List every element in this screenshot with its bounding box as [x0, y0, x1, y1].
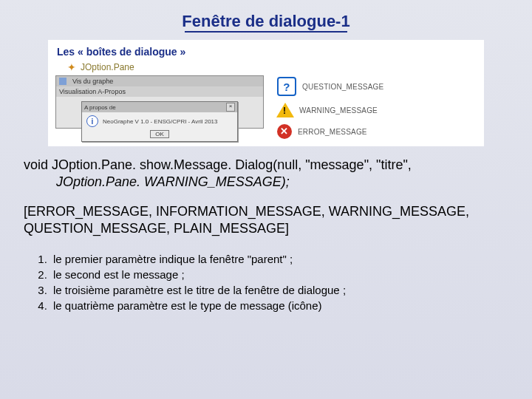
error-icon: ✕ — [277, 124, 292, 139]
parent-window-titlebar: Vis du graphe — [56, 76, 263, 86]
message-types-list: [ERROR_MESSAGE, INFORMATION_MESSAGE, WAR… — [24, 203, 508, 236]
illustration-subheader: ✦ JOption.Pane — [67, 62, 477, 72]
close-icon[interactable]: × — [226, 103, 235, 112]
warning-message-row: WARNING_MESSAGE — [277, 102, 383, 118]
illustration-header: Les « boîtes de dialogue » — [57, 46, 477, 58]
about-dialog-title: A propos de — [84, 104, 116, 111]
list-item: le quatrième paramètre est le type de me… — [50, 298, 508, 313]
about-dialog: A propos de × i NeoGraphe V 1.0 - ENSG/C… — [81, 101, 238, 142]
title-text: Fenêtre de dialogue-1 — [182, 12, 349, 30]
parameters-list: le premier paramètre indique la fenêtre … — [24, 251, 508, 313]
information-icon: i — [86, 115, 98, 127]
warning-icon — [277, 102, 293, 118]
error-message-label: ERROR_MESSAGE — [298, 128, 367, 136]
slide: Fenêtre de dialogue-1 Les « boîtes de di… — [0, 0, 532, 399]
parent-window-title: Vis du graphe — [72, 78, 113, 85]
question-icon: ? — [277, 77, 296, 96]
message-icons-legend: ? QUESTION_MESSAGE WARNING_MESSAGE ✕ ERR… — [277, 77, 383, 139]
question-message-label: QUESTION_MESSAGE — [302, 83, 383, 91]
about-dialog-buttons: OK — [82, 129, 237, 141]
list-item: le second est le message ; — [50, 267, 508, 282]
ok-button[interactable]: OK — [150, 130, 169, 138]
parent-window-menubar: Visualisation A-Propos — [56, 86, 263, 97]
illustration-row: Vis du graphe Visualisation A-Propos A p… — [55, 75, 477, 139]
about-dialog-titlebar: A propos de × — [82, 102, 237, 112]
app-icon — [59, 78, 66, 85]
warning-message-label: WARNING_MESSAGE — [299, 106, 378, 115]
error-message-row: ✕ ERROR_MESSAGE — [277, 124, 383, 139]
code-line-1: void JOption.Pane. show.Message. Dialog(… — [24, 157, 412, 172]
joptionpane-label: JOption.Pane — [81, 62, 134, 72]
illustration-panel: Les « boîtes de dialogue » ✦ JOption.Pan… — [48, 40, 484, 146]
list-item: le troisième paramètre est le titre de l… — [50, 282, 508, 298]
code-line-2: JOption.Pane. WARNING_MESSAGE); — [24, 174, 508, 191]
bullet-star-icon: ✦ — [67, 62, 76, 72]
about-dialog-message: NeoGraphe V 1.0 - ENSG/CPRI - Avril 2013 — [103, 118, 217, 125]
list-item: le premier paramètre indique la fenêtre … — [50, 251, 508, 267]
code-snippet: void JOption.Pane. show.Message. Dialog(… — [24, 157, 508, 190]
title-underline — [185, 31, 347, 33]
parent-window-menu: Visualisation A-Propos — [59, 88, 126, 95]
page-title: Fenêtre de dialogue-1 — [21, 12, 511, 33]
parent-window: Vis du graphe Visualisation A-Propos A p… — [55, 75, 264, 129]
parent-window-body: A propos de × i NeoGraphe V 1.0 - ENSG/C… — [56, 97, 263, 128]
about-dialog-body: i NeoGraphe V 1.0 - ENSG/CPRI - Avril 20… — [82, 112, 237, 129]
svg-rect-0 — [59, 78, 66, 85]
question-message-row: ? QUESTION_MESSAGE — [277, 77, 383, 96]
